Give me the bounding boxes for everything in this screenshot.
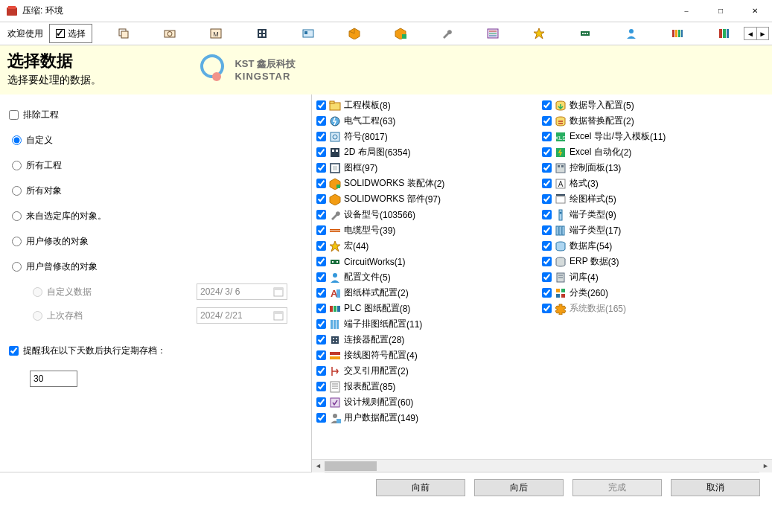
tree-item[interactable]: A格式 (3): [542, 176, 768, 191]
tree-item-checkbox[interactable]: [316, 272, 326, 282]
tree-item-checkbox[interactable]: [316, 319, 326, 329]
toolbar-icon-chip[interactable]: [570, 24, 600, 43]
tree-item[interactable]: 接线图符号配置 (4): [316, 347, 542, 363]
tree-item-checkbox[interactable]: [542, 100, 552, 110]
tree-item[interactable]: PLC 图纸配置 (8): [316, 301, 542, 316]
tree-item-checkbox[interactable]: [316, 163, 326, 173]
horizontal-scrollbar[interactable]: ◄ ►: [312, 459, 772, 472]
toolbar-icon-camera[interactable]: [155, 24, 185, 43]
next-button[interactable]: 向后: [474, 479, 564, 496]
tab-select[interactable]: 选择: [49, 24, 92, 43]
tree-item-checkbox[interactable]: [316, 179, 326, 188]
tree-item-checkbox[interactable]: [542, 194, 552, 204]
nav-prev-icon[interactable]: ◄: [744, 28, 756, 39]
tree-item-checkbox[interactable]: [542, 210, 552, 219]
tree-item-checkbox[interactable]: [316, 335, 326, 344]
tree-item-checkbox[interactable]: [542, 304, 552, 313]
tree-item[interactable]: 控制面板 (13): [542, 160, 768, 176]
tree-item-checkbox[interactable]: [542, 116, 552, 126]
tree-item[interactable]: SOLIDWORKS 装配体 (2): [316, 176, 542, 191]
tree-item[interactable]: 用户数据配置 (149): [316, 410, 542, 426]
tree-item[interactable]: 绘图样式 (5): [542, 191, 768, 207]
tree-item-checkbox[interactable]: [316, 241, 326, 251]
scroll-left-icon[interactable]: ◄: [312, 460, 325, 472]
tree-item[interactable]: Excel 自动化 (2): [542, 144, 768, 160]
tree-item-checkbox[interactable]: [316, 382, 326, 391]
close-button[interactable]: ✕: [738, 0, 772, 22]
tree-item-checkbox[interactable]: [542, 225, 552, 235]
tree-item[interactable]: 端子类型 (9): [542, 207, 768, 222]
maximize-button[interactable]: □: [704, 0, 738, 22]
tree-item-checkbox[interactable]: [316, 147, 326, 157]
tree-item-checkbox[interactable]: [316, 132, 326, 141]
toolbar-icon-box1[interactable]: [339, 24, 369, 43]
tree-item[interactable]: 电气工程 (63): [316, 113, 542, 129]
tree-item[interactable]: 工程模板 (8): [316, 97, 542, 113]
tree-item[interactable]: CircuitWorks (1): [316, 254, 542, 269]
tree-item-checkbox[interactable]: [316, 413, 326, 423]
toolbar-icon-books[interactable]: [709, 24, 738, 43]
tree-item-checkbox[interactable]: [316, 350, 326, 360]
tree-item[interactable]: 交叉引用配置 (2): [316, 363, 542, 379]
tree-item[interactable]: 数据导入配置 (5): [542, 97, 768, 113]
tree-item-checkbox[interactable]: [542, 241, 552, 251]
tree-item-checkbox[interactable]: [316, 304, 326, 313]
tree-item-checkbox[interactable]: [316, 194, 326, 204]
tree-item[interactable]: 分类 (260): [542, 285, 768, 301]
tree-item[interactable]: SOLIDWORKS 部件 (97): [316, 191, 542, 207]
toolbar-icon-list[interactable]: [478, 24, 508, 43]
toolbar-icon-box2[interactable]: [386, 24, 415, 43]
tree-item[interactable]: 数据库 (54): [542, 238, 768, 254]
tree-item[interactable]: A图纸样式配置 (2): [316, 285, 542, 301]
tree-item[interactable]: 端子排图纸配置 (11): [316, 316, 542, 332]
tree-item[interactable]: 数据替换配置 (2): [542, 113, 768, 129]
toolbar-icon-m[interactable]: M: [201, 24, 231, 43]
tree-item-checkbox[interactable]: [316, 397, 326, 407]
tree-item[interactable]: 词库 (4): [542, 269, 768, 285]
nav-next-icon[interactable]: ►: [756, 28, 768, 39]
tree-item[interactable]: 2D 布局图 (6354): [316, 144, 542, 160]
tree-item[interactable]: ERP 数据 (3): [542, 254, 768, 269]
exclude-project-checkbox[interactable]: [9, 110, 19, 120]
tree-item-checkbox[interactable]: [542, 272, 552, 282]
toolbar-icon-palette[interactable]: [663, 24, 692, 43]
toolbar-icon-user[interactable]: [616, 24, 646, 43]
tree-item-checkbox[interactable]: [316, 257, 326, 266]
tree-item[interactable]: 连接器配置 (28): [316, 332, 542, 347]
tree-item[interactable]: 符号 (8017): [316, 129, 542, 144]
tree-item-checkbox[interactable]: [542, 163, 552, 173]
tree-item-checkbox[interactable]: [542, 132, 552, 141]
radio-from-selected-lib[interactable]: [12, 211, 22, 221]
tree-item-checkbox[interactable]: [316, 366, 326, 376]
tree-item[interactable]: 电缆型号 (39): [316, 222, 542, 238]
tree-item-checkbox[interactable]: [542, 179, 552, 188]
toolbar-icon-copy[interactable]: [109, 24, 138, 43]
tree-item[interactable]: 设备型号 (103566): [316, 207, 542, 222]
radio-user-ever-modified[interactable]: [12, 262, 22, 272]
tree-item-checkbox[interactable]: [316, 116, 326, 126]
tree-item-checkbox[interactable]: [316, 225, 326, 235]
tree-item[interactable]: 端子类型 (17): [542, 222, 768, 238]
days-input[interactable]: 30: [30, 371, 77, 387]
tree-item-checkbox[interactable]: [316, 210, 326, 219]
toolbar-icon-image[interactable]: [293, 24, 323, 43]
tree-item[interactable]: 系统数据 (165): [542, 301, 768, 316]
minimize-button[interactable]: –: [669, 0, 704, 22]
tree-item[interactable]: 报表配置 (85): [316, 379, 542, 394]
prev-button[interactable]: 向前: [376, 479, 465, 496]
radio-custom[interactable]: [12, 135, 22, 145]
radio-user-modified[interactable]: [12, 237, 22, 246]
radio-all-projects[interactable]: [12, 161, 22, 170]
finish-button[interactable]: 完成: [572, 479, 662, 496]
tree-item[interactable]: 宏 (44): [316, 238, 542, 254]
tree-item[interactable]: 设计规则配置 (60): [316, 394, 542, 410]
reminder-checkbox[interactable]: [9, 346, 19, 356]
tree-item-checkbox[interactable]: [542, 147, 552, 157]
tab-welcome[interactable]: 欢迎使用: [3, 28, 48, 40]
tree-item[interactable]: XLSExcel 导出/导入模板 (11): [542, 129, 768, 144]
toolbar-icon-wrench[interactable]: [432, 24, 462, 43]
toolbar-icon-star[interactable]: [524, 24, 554, 43]
tree-item-checkbox[interactable]: [316, 288, 326, 298]
toolbar-icon-film[interactable]: [247, 24, 277, 43]
tree-item-checkbox[interactable]: [542, 288, 552, 298]
